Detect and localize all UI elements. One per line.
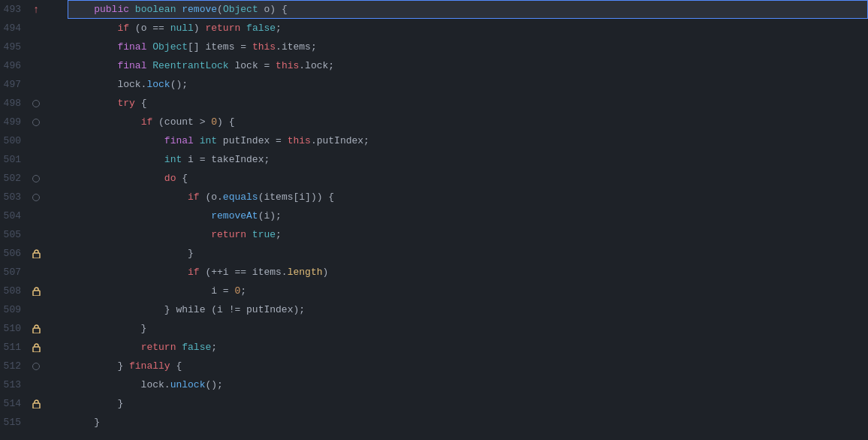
gutter-row: 509	[0, 300, 68, 319]
token	[71, 304, 164, 315]
token: lock.	[71, 379, 170, 390]
breakpoint-icon[interactable]	[30, 173, 42, 185]
token: return	[141, 342, 176, 353]
token: ;	[211, 342, 217, 353]
gutter-row: 505	[0, 225, 68, 244]
code-line: if (o.equals(items[i])) {	[68, 188, 868, 206]
empty-icon	[30, 304, 42, 316]
token	[246, 229, 252, 240]
code-line: removeAt(i);	[68, 206, 868, 225]
code-line: int i = takeIndex;	[68, 150, 868, 169]
code-line: }	[68, 319, 868, 338]
line-number: 512	[0, 360, 29, 372]
token: lock	[146, 79, 170, 90]
token: int	[200, 135, 217, 146]
token: ReentrantLock	[152, 60, 228, 71]
token: (o ==	[129, 23, 170, 34]
code-line: if (count > 0) {	[68, 113, 868, 131]
breakpoint-icon[interactable]	[30, 98, 42, 110]
lock-icon[interactable]	[30, 248, 42, 260]
code-content: public boolean remove(Object o) { if (o …	[68, 0, 868, 440]
token: equals	[223, 191, 258, 203]
empty-icon	[30, 135, 42, 147]
code-line: final ReentrantLock lock = this.lock;	[68, 56, 868, 75]
token: this	[252, 41, 276, 53]
gutter-row: 501	[0, 150, 68, 169]
token: unlock	[170, 379, 206, 390]
token	[71, 154, 164, 165]
token	[176, 342, 182, 353]
token: this	[288, 135, 311, 146]
token	[71, 135, 164, 146]
breakpoint-icon[interactable]	[30, 116, 42, 128]
code-line: if (o == null) return false;	[68, 19, 868, 38]
token	[240, 23, 246, 34]
svg-rect-3	[33, 347, 40, 352]
token	[71, 173, 164, 184]
line-number: 510	[0, 323, 29, 334]
code-line: try {	[68, 94, 868, 113]
code-line: i = 0;	[68, 282, 868, 300]
token: (o.	[200, 191, 223, 203]
token: {	[135, 98, 147, 109]
token	[146, 41, 152, 53]
code-line: do {	[68, 169, 868, 188]
gutter-row: 495	[0, 38, 68, 56]
token: }	[71, 360, 129, 372]
gutter-row: 496	[0, 56, 68, 75]
line-number: 515	[0, 417, 29, 428]
token: Object	[152, 41, 188, 53]
line-number: 497	[0, 79, 29, 90]
lock-icon[interactable]	[30, 323, 42, 335]
gutter-row: 508	[0, 282, 68, 300]
token: final	[117, 41, 146, 53]
gutter-row: 502	[0, 169, 68, 188]
token: (++i == items.	[200, 267, 288, 278]
lock-icon[interactable]	[30, 285, 42, 297]
lock-icon[interactable]	[30, 342, 42, 354]
token: ();	[170, 79, 188, 90]
empty-icon	[30, 60, 42, 72]
code-line: final int putIndex = this.putIndex;	[68, 131, 868, 150]
token: ;	[276, 23, 282, 34]
empty-icon	[30, 267, 42, 279]
token: false	[182, 342, 211, 353]
token	[71, 342, 141, 353]
token: [] items =	[188, 41, 252, 53]
gutter-row: 503	[0, 188, 68, 206]
empty-icon	[30, 417, 42, 429]
token: (count >	[152, 116, 211, 128]
token: do	[164, 173, 176, 184]
token: (	[217, 4, 223, 15]
line-number: 504	[0, 210, 29, 222]
breakpoint-icon[interactable]	[30, 360, 42, 372]
token	[71, 267, 188, 278]
token: lock.	[71, 79, 146, 90]
line-number: 513	[0, 379, 29, 390]
svg-rect-0	[33, 253, 40, 258]
line-number: 499	[0, 116, 29, 128]
token	[194, 135, 200, 146]
lock-icon[interactable]	[30, 398, 42, 410]
token	[71, 4, 94, 15]
token: if	[188, 191, 200, 203]
code-line: } while (i != putIndex);	[68, 300, 868, 319]
line-number: 502	[0, 173, 29, 184]
token: this	[276, 60, 299, 71]
gutter-row: 493↑	[0, 0, 68, 19]
token: ;	[240, 285, 246, 297]
code-line: public boolean remove(Object o) {	[68, 0, 868, 19]
svg-rect-4	[33, 403, 40, 408]
token: (i);	[258, 210, 282, 222]
token: }	[71, 398, 123, 409]
token: }	[71, 248, 194, 259]
token: {	[176, 173, 188, 184]
code-line: }	[68, 394, 868, 413]
token: }	[71, 417, 100, 428]
gutter-row: 513	[0, 375, 68, 394]
gutter-row: 515	[0, 413, 68, 432]
breakpoint-icon[interactable]	[30, 191, 42, 203]
line-number: 494	[0, 23, 29, 34]
empty-icon	[30, 379, 42, 391]
arrow-up-icon[interactable]: ↑	[30, 4, 42, 16]
